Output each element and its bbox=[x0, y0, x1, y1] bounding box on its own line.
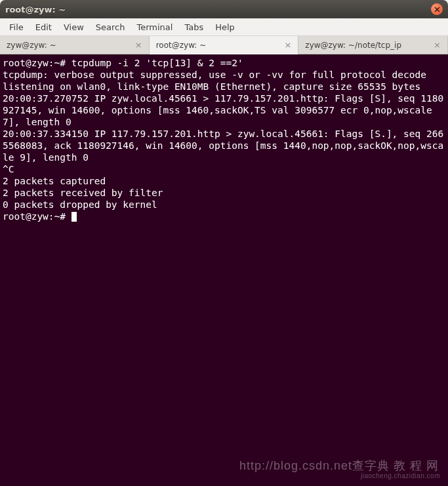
tab-close-icon[interactable]: × bbox=[284, 40, 291, 50]
menu-edit[interactable]: Edit bbox=[30, 20, 57, 34]
menu-terminal[interactable]: Terminal bbox=[131, 20, 178, 34]
menu-help[interactable]: Help bbox=[210, 20, 240, 34]
terminal-output: 20:00:37.270752 IP zyw.local.45661 > 117… bbox=[3, 92, 445, 128]
tab-0[interactable]: zyw@zyw: ~ × bbox=[0, 36, 150, 54]
shell-prompt: root@zyw:~# bbox=[3, 58, 71, 68]
tab-2[interactable]: zyw@zyw: ~/note/tcp_ip × bbox=[298, 36, 448, 54]
terminal-viewport[interactable]: root@zyw:~# tcpdump -i 2 'tcp[13] & 2 ==… bbox=[0, 54, 448, 486]
tab-label: root@zyw: ~ bbox=[156, 41, 207, 50]
terminal-output: 0 packets dropped by kernel bbox=[3, 199, 445, 211]
tab-label: zyw@zyw: ~/note/tcp_ip bbox=[305, 41, 401, 50]
menu-search[interactable]: Search bbox=[91, 20, 131, 34]
terminal-command: tcpdump -i 2 'tcp[13] & 2 ==2' bbox=[71, 58, 243, 68]
tab-close-icon[interactable]: × bbox=[434, 40, 441, 50]
close-icon bbox=[434, 7, 440, 12]
cursor bbox=[71, 212, 77, 222]
terminal-output: 20:00:37.334150 IP 117.79.157.201.http >… bbox=[3, 128, 445, 163]
terminal-output: listening on wlan0, link-type EN10MB (Et… bbox=[3, 81, 445, 92]
menu-file[interactable]: File bbox=[4, 20, 29, 34]
tab-close-icon[interactable]: × bbox=[135, 40, 142, 50]
menu-tabs[interactable]: Tabs bbox=[179, 20, 209, 34]
shell-prompt: root@zyw:~# bbox=[3, 211, 71, 222]
terminal-output: 2 packets received by filter bbox=[3, 187, 445, 199]
window-close-button[interactable] bbox=[431, 3, 443, 15]
menubar: File Edit View Search Terminal Tabs Help bbox=[0, 18, 448, 36]
tabbar: zyw@zyw: ~ × root@zyw: ~ × zyw@zyw: ~/no… bbox=[0, 36, 448, 54]
watermark-sub: jiaocheng.chazidian.com bbox=[361, 470, 440, 482]
terminal-output: 2 packets captured bbox=[3, 175, 445, 187]
menu-view[interactable]: View bbox=[58, 20, 89, 34]
tab-1[interactable]: root@zyw: ~ × bbox=[150, 36, 299, 54]
terminal-output: ^C bbox=[3, 163, 445, 175]
tab-label: zyw@zyw: ~ bbox=[7, 41, 56, 50]
window-titlebar: root@zyw: ~ bbox=[0, 0, 448, 18]
terminal-output: tcpdump: verbose output suppressed, use … bbox=[3, 69, 445, 81]
window-title: root@zyw: ~ bbox=[5, 5, 66, 14]
